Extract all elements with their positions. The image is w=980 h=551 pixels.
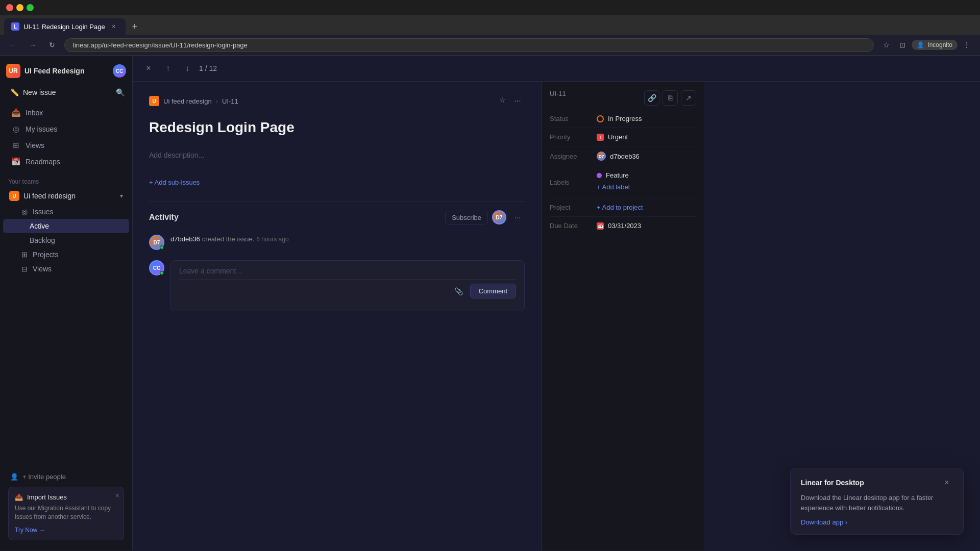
project-label: Project	[550, 204, 591, 211]
sidebar-item-inbox[interactable]: 📥 Inbox	[3, 105, 129, 121]
forward-button[interactable]: →	[26, 38, 40, 52]
assignee-value[interactable]: D7 d7bdeb36	[597, 152, 640, 161]
new-issue-label: New issue	[23, 88, 56, 96]
sidebar-item-my-issues[interactable]: ◎ My issues	[3, 121, 129, 137]
desktop-app-toast: Linear for Desktop × Download the Linear…	[790, 468, 964, 535]
next-issue-button[interactable]: ↓	[180, 61, 195, 76]
labels-value[interactable]: Feature	[597, 171, 630, 179]
close-issue-button[interactable]: ×	[141, 61, 156, 76]
sidebar-item-roadmaps[interactable]: 📅 Roadmaps	[3, 154, 129, 170]
issue-description-field[interactable]: Add description...	[149, 147, 525, 163]
url-text: linear.app/ui-feed-redesign/issue/UI-11/…	[73, 41, 248, 49]
team-icon: U	[9, 191, 19, 201]
browser-actions: ☆ ⊡ 👤 Incognito ⋮	[879, 38, 974, 52]
toast-header: Linear for Desktop ×	[801, 477, 953, 489]
backlog-label: Backlog	[30, 236, 55, 244]
subscribe-button[interactable]: Subscribe	[445, 211, 488, 224]
back-button[interactable]: ←	[6, 38, 20, 52]
incognito-badge: 👤 Incognito	[912, 40, 958, 50]
activity-more-button[interactable]: ···	[510, 210, 525, 224]
new-tab-button[interactable]: +	[128, 19, 142, 34]
reload-button[interactable]: ↻	[45, 38, 59, 52]
bookmark-button[interactable]: ☆	[879, 38, 893, 52]
window-close-button[interactable]	[6, 4, 13, 11]
divider	[149, 202, 525, 202]
comment-user-avatar: CC	[149, 260, 164, 276]
toast-close-button[interactable]: ×	[941, 477, 953, 489]
meta-copy-button[interactable]: ⎘	[663, 90, 678, 106]
window-minimize-button[interactable]	[16, 4, 23, 11]
activity-actions: Subscribe D7 ···	[445, 210, 525, 224]
due-date-value[interactable]: 📅 03/31/2023	[597, 222, 641, 230]
due-date-label: Due Date	[550, 222, 591, 230]
issue-more-button[interactable]: ···	[510, 94, 525, 108]
breadcrumb-project-link[interactable]: Ui feed redesign	[163, 97, 212, 105]
breadcrumb-project-icon: U	[149, 96, 159, 106]
extension-button[interactable]: ⊡	[895, 38, 910, 52]
sidebar-item-my-issues-label: My issues	[26, 125, 57, 133]
comment-placeholder[interactable]: Leave a comment...	[179, 267, 516, 275]
star-button[interactable]: ☆	[496, 94, 508, 106]
tab-close-button[interactable]: ×	[109, 22, 118, 31]
active-tab[interactable]: L UI-11 Redesign Login Page ×	[4, 18, 126, 35]
subscribe-label: Subscribe	[452, 214, 481, 221]
import-description: Use our Migration Assistant to copy issu…	[15, 504, 117, 521]
meta-priority-row: Priority ! Urgent	[550, 128, 696, 146]
comment-submit-button[interactable]: Comment	[470, 284, 516, 298]
download-app-link[interactable]: Download app ›	[801, 518, 847, 526]
views-icon: ⊞	[11, 141, 20, 150]
invite-people-button[interactable]: 👤 + Invite people	[4, 469, 128, 485]
sidebar-bottom: 👤 + Invite people × 📤 Import Issues Use …	[0, 465, 132, 546]
sidebar-item-issues[interactable]: ◎ Issues	[3, 205, 129, 219]
sidebar-nav: 📥 Inbox ◎ My issues ⊞ Views 📅 Roadmaps	[0, 103, 132, 172]
prev-issue-button[interactable]: ↑	[160, 61, 176, 76]
tab-bar: L UI-11 Redesign Login Page × +	[0, 15, 980, 35]
sidebar-item-projects[interactable]: ⊞ Projects	[3, 247, 129, 262]
team-chevron-icon: ▾	[120, 192, 123, 199]
browser-more-button[interactable]: ⋮	[960, 38, 974, 52]
new-issue-icon: ✏️	[10, 88, 19, 96]
import-try-now-link[interactable]: Try Now →	[15, 527, 45, 534]
sidebar-item-views-label: Views	[26, 141, 44, 149]
attach-file-button[interactable]: 📎	[452, 284, 466, 298]
issue-title[interactable]: Redesign Login Page	[149, 118, 525, 137]
workspace-header[interactable]: UR UI Feed Redesign CC	[0, 60, 132, 82]
workspace-avatar: UR	[6, 64, 20, 78]
activity-section: Activity Subscribe D7 ···	[149, 210, 525, 311]
issue-counter: 1 / 12	[199, 64, 217, 72]
activity-item-text: d7bdeb36 created the issue. 6 hours ago	[170, 235, 289, 250]
team-name: Ui feed redesign	[23, 192, 116, 200]
team-header[interactable]: U Ui feed redesign ▾	[3, 187, 129, 205]
status-value[interactable]: In Progress	[597, 115, 642, 122]
sidebar-item-team-views[interactable]: ⊟ Views	[3, 262, 129, 276]
projects-label: Projects	[33, 251, 59, 259]
activity-timestamp: 6 hours ago	[256, 236, 288, 243]
breadcrumb: U Ui feed redesign › UI-11 ☆ ···	[149, 94, 525, 108]
import-close-button[interactable]: ×	[115, 491, 119, 499]
add-sub-issues-button[interactable]: + Add sub-issues	[149, 176, 525, 189]
label-dot-icon	[597, 173, 602, 178]
sidebar-actions: ✏️ New issue 🔍	[0, 82, 132, 103]
sidebar: UR UI Feed Redesign CC ✏️ New issue 🔍 📥 …	[0, 56, 133, 550]
issues-label: Issues	[33, 208, 53, 216]
add-label-button[interactable]: + Add label	[597, 181, 630, 193]
sidebar-item-active[interactable]: Active	[3, 219, 129, 233]
url-bar[interactable]: linear.app/ui-feed-redesign/issue/UI-11/…	[64, 38, 874, 52]
meta-link-button[interactable]: 🔗	[644, 90, 659, 106]
toast-description: Download the Linear desktop app for a fa…	[801, 493, 953, 513]
priority-value[interactable]: ! Urgent	[597, 133, 628, 141]
address-bar: ← → ↻ linear.app/ui-feed-redesign/issue/…	[0, 35, 980, 56]
new-issue-button[interactable]: ✏️ New issue	[4, 84, 110, 101]
sidebar-item-backlog[interactable]: Backlog	[3, 233, 129, 247]
due-date-icon: 📅	[597, 222, 604, 230]
add-to-project-button[interactable]: + Add to project	[597, 204, 643, 211]
meta-due-date-row: Due Date 📅 03/31/2023	[550, 217, 696, 235]
assignee-avatar: D7	[597, 152, 606, 161]
sidebar-item-views[interactable]: ⊞ Views	[3, 137, 129, 154]
window-maximize-button[interactable]	[27, 4, 34, 11]
meta-labels-row: Labels Feature + Add label	[550, 166, 696, 198]
workspace-name: UI Feed Redesign	[24, 67, 109, 75]
priority-label: Priority	[550, 133, 591, 141]
meta-history-button[interactable]: ↗	[681, 90, 696, 106]
search-button[interactable]: 🔍	[112, 84, 128, 101]
